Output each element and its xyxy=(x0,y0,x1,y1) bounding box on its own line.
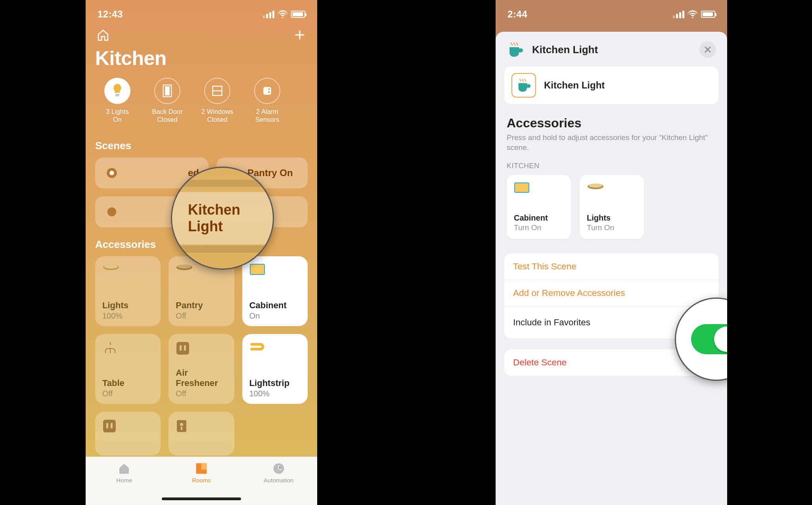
status-time: 12:43 xyxy=(98,9,123,20)
svg-rect-2 xyxy=(165,86,169,96)
accessory-lights[interactable]: LightsTurn On xyxy=(580,175,644,239)
tile-lights[interactable]: Lights100% xyxy=(95,256,161,326)
tile-extra-lock[interactable] xyxy=(169,412,234,455)
wifi-icon xyxy=(278,10,288,18)
home-indicator[interactable] xyxy=(162,497,241,500)
recessed-light-icon xyxy=(587,182,604,196)
add-remove-accessories-button[interactable]: Add or Remove Accessories xyxy=(504,280,718,307)
svg-rect-19 xyxy=(103,420,116,432)
coffee-cup-icon xyxy=(507,42,524,58)
phone-scene-detail: 2:44 Kitchen Light Kitchen Light Accesso… xyxy=(496,0,727,505)
svg-point-6 xyxy=(268,88,270,90)
svg-rect-26 xyxy=(201,463,207,470)
svg-point-12 xyxy=(104,265,118,269)
status-bar: 12:43 xyxy=(86,0,317,24)
tab-automation[interactable]: Automation xyxy=(247,462,310,484)
phone-kitchen: 12:43 Kitchen 3 LightsOn Back DoorClosed xyxy=(86,0,317,505)
scene-icon xyxy=(105,205,119,219)
quick-alarm[interactable]: 2 AlarmSensors xyxy=(244,78,290,124)
svg-rect-16 xyxy=(176,342,189,355)
back-home-icon[interactable] xyxy=(95,27,111,43)
svg-rect-5 xyxy=(263,87,271,95)
svg-point-9 xyxy=(109,171,114,175)
chandelier-icon xyxy=(102,341,120,356)
battery-icon xyxy=(701,11,715,18)
status-bar: 2:44 xyxy=(496,0,727,24)
svg-rect-0 xyxy=(115,94,119,96)
rooms-icon xyxy=(195,462,208,475)
svg-point-14 xyxy=(178,265,191,269)
tile-table[interactable]: TableOff xyxy=(95,334,161,404)
cabinet-light-icon xyxy=(514,182,531,196)
svg-rect-24 xyxy=(181,427,182,430)
status-time: 2:44 xyxy=(508,9,527,20)
tab-rooms[interactable]: Rooms xyxy=(170,462,233,484)
close-button[interactable] xyxy=(699,41,716,58)
svg-point-10 xyxy=(107,207,117,216)
scene-name-card[interactable]: Kitchen Light xyxy=(504,67,718,104)
home-icon xyxy=(117,462,131,475)
svg-point-7 xyxy=(268,91,270,93)
tile-extra-outlet[interactable] xyxy=(95,412,161,455)
quick-back-door[interactable]: Back DoorClosed xyxy=(144,78,190,124)
window-icon xyxy=(204,78,230,104)
accessories-subtext: Press and hold to adjust accessories for… xyxy=(496,133,727,162)
include-favorites-label: Include in Favorites xyxy=(513,317,590,328)
sheet-title: Kitchen Light xyxy=(532,44,699,56)
add-icon[interactable] xyxy=(292,27,308,43)
svg-rect-15 xyxy=(250,264,264,275)
scene-pantry-label: Pantry On xyxy=(247,167,293,179)
group-kitchen-label: KITCHEN xyxy=(496,162,727,175)
cell-signal-icon xyxy=(263,11,274,18)
outlet-icon xyxy=(176,341,193,356)
status-icons xyxy=(263,10,305,18)
tile-air-freshener[interactable]: Air FreshenerOff xyxy=(169,334,234,404)
magnified-toggle-icon xyxy=(691,324,727,354)
scenes-header: Scenes xyxy=(86,124,317,157)
clock-icon xyxy=(272,462,285,475)
svg-point-30 xyxy=(589,184,602,188)
svg-rect-20 xyxy=(106,423,108,428)
test-scene-button[interactable]: Test This Scene xyxy=(504,253,718,280)
tile-cabinent[interactable]: CabinentOn xyxy=(242,256,308,326)
magnified-scene-label: Kitchen Light xyxy=(172,192,273,244)
lock-icon xyxy=(176,419,193,434)
room-quick-status: 3 LightsOn Back DoorClosed 2 WindowsClos… xyxy=(86,70,317,124)
tab-bar: Home Rooms Automation xyxy=(86,457,317,505)
target-icon xyxy=(105,166,119,180)
scene-name: Kitchen Light xyxy=(544,80,605,91)
svg-point-23 xyxy=(180,423,183,426)
outlet-icon xyxy=(102,419,120,434)
door-icon xyxy=(154,78,180,104)
status-icons xyxy=(673,10,715,18)
svg-rect-28 xyxy=(515,183,529,192)
scene-sheet: Kitchen Light Kitchen Light Accessories … xyxy=(496,32,727,505)
tab-home[interactable]: Home xyxy=(92,462,156,484)
battery-icon xyxy=(291,11,305,18)
svg-rect-17 xyxy=(180,345,182,351)
cell-signal-icon xyxy=(673,11,684,18)
recessed-light-icon xyxy=(176,263,193,278)
magnifier-scene: Kitchen Light xyxy=(171,167,274,270)
svg-rect-18 xyxy=(184,345,186,351)
wifi-icon xyxy=(688,10,698,18)
recessed-light-icon xyxy=(102,263,120,278)
tile-lightstrip[interactable]: Lightstrip100% xyxy=(242,334,308,404)
bulb-icon xyxy=(104,78,130,104)
quick-windows[interactable]: 2 WindowsClosed xyxy=(194,78,240,124)
accessories-heading: Accessories xyxy=(496,116,727,133)
sensor-icon xyxy=(254,78,280,104)
room-header: Kitchen xyxy=(86,24,317,70)
quick-lights[interactable]: 3 LightsOn xyxy=(94,78,140,124)
room-title: Kitchen xyxy=(95,47,308,70)
coffee-cup-icon xyxy=(511,73,536,98)
lightstrip-icon xyxy=(249,341,267,356)
svg-rect-21 xyxy=(111,423,113,428)
cabinet-light-icon xyxy=(249,263,267,278)
accessory-cabinent[interactable]: CabinentTurn On xyxy=(507,175,571,239)
